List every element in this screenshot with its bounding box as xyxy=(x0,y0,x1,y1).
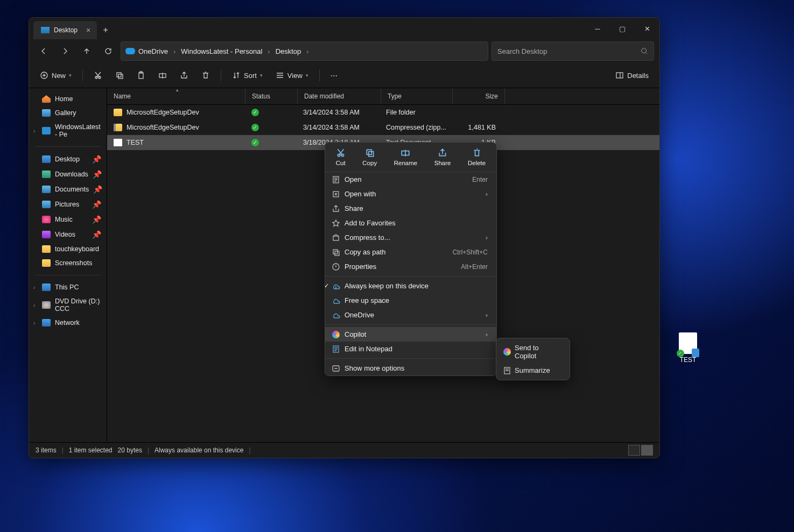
expand-caret[interactable]: › xyxy=(33,285,35,290)
crumb-desktop[interactable]: Desktop› xyxy=(276,47,311,55)
ctx-copy-button[interactable]: Copy xyxy=(358,146,381,168)
ctx-sync-item[interactable]: ✓ Always keep on this device xyxy=(325,279,496,293)
sidebar-item[interactable]: Desktop📌 xyxy=(29,152,107,166)
file-date: 3/14/2024 3:58 AM xyxy=(297,124,380,131)
copy-button[interactable] xyxy=(110,66,129,84)
sidebar-item[interactable]: ›This PC xyxy=(29,281,107,294)
sidebar-item[interactable]: touchkeyboard xyxy=(29,243,107,256)
sidebar-item[interactable]: Videos📌 xyxy=(29,228,107,242)
search-input[interactable]: Search Desktop xyxy=(491,41,654,61)
details-button[interactable]: Details xyxy=(610,66,654,84)
sidebar-label: Desktop xyxy=(55,155,80,163)
ctx-rename-button[interactable]: Rename xyxy=(390,146,421,168)
desktop-file-test[interactable]: ✓ TEST xyxy=(678,332,698,364)
expand-caret[interactable]: › xyxy=(33,128,35,134)
sidebar-label: Videos xyxy=(55,231,75,238)
ctx-item[interactable]: Share xyxy=(325,201,496,216)
ctx-sync-item[interactable]: Free up space xyxy=(325,293,496,308)
refresh-button[interactable] xyxy=(99,42,117,60)
breadcrumb-bar[interactable]: OneDrive› WindowsLatest - Personal› Desk… xyxy=(121,41,488,61)
crumb-account[interactable]: WindowsLatest - Personal› xyxy=(181,47,272,55)
crumb-onedrive[interactable]: OneDrive› xyxy=(138,47,178,55)
col-type[interactable]: Type xyxy=(381,88,453,104)
more-button[interactable]: ⋯ xyxy=(325,66,343,84)
file-icon xyxy=(114,109,122,116)
view-list-button[interactable] xyxy=(628,445,640,456)
minimize-button[interactable]: ─ xyxy=(585,18,610,39)
sidebar-icon xyxy=(42,155,51,163)
sidebar-item[interactable]: ›Network xyxy=(29,316,107,329)
file-name: MicrosoftEdgeSetupDev xyxy=(127,109,199,116)
forward-button[interactable] xyxy=(56,42,74,60)
status-bar: 3 items| 1 item selected 20 bytes| Alway… xyxy=(29,442,659,458)
view-button[interactable]: View▾ xyxy=(270,66,314,84)
sidebar-icon xyxy=(42,216,51,223)
ctx-icon xyxy=(332,233,340,242)
col-date[interactable]: Date modified xyxy=(298,88,381,104)
ctx-item[interactable]: Copy as path Ctrl+Shift+C xyxy=(325,245,496,259)
rename-button[interactable] xyxy=(153,66,172,84)
file-date: 3/14/2024 3:58 AM xyxy=(297,109,380,116)
col-size[interactable]: Size xyxy=(453,88,505,104)
context-quick-actions: CutCopyRenameShareDelete xyxy=(325,143,496,172)
sort-button[interactable]: Sort▾ xyxy=(227,66,268,84)
sidebar-item[interactable]: Music📌 xyxy=(29,212,107,226)
ctx-cut-button[interactable]: Cut xyxy=(332,146,350,168)
back-button[interactable] xyxy=(34,42,53,60)
cut-button[interactable] xyxy=(88,66,108,84)
new-tab-button[interactable]: + xyxy=(97,21,114,39)
ctx-item[interactable]: Open Enter xyxy=(325,172,496,187)
sidebar-item[interactable]: Documents📌 xyxy=(29,182,107,196)
new-button[interactable]: New▾ xyxy=(34,66,77,84)
sidebar-icon xyxy=(42,95,51,103)
sidebar-item[interactable]: ›WindowsLatest - Pe xyxy=(29,120,107,141)
ctx-delete-button[interactable]: Delete xyxy=(463,146,490,168)
expand-caret[interactable]: › xyxy=(33,302,35,308)
ctx-item[interactable]: Add to Favorites xyxy=(325,216,496,230)
expand-caret[interactable]: › xyxy=(33,320,35,326)
svg-rect-13 xyxy=(368,152,373,157)
ctx-item[interactable]: Properties Alt+Enter xyxy=(325,259,496,274)
ctx-show-more[interactable]: Show more options xyxy=(325,361,496,375)
sidebar-label: touchkeyboard xyxy=(55,245,99,253)
desktop-file-label: TEST xyxy=(680,356,697,364)
sidebar-item[interactable]: Pictures📌 xyxy=(29,197,107,211)
col-name[interactable]: ▴Name xyxy=(107,88,245,104)
sidebar-icon xyxy=(42,186,51,193)
submenu-item[interactable]: Send to Copilot xyxy=(496,341,570,363)
maximize-button[interactable]: ▢ xyxy=(610,18,635,39)
ctx-extra-item[interactable]: Copilot › xyxy=(325,327,496,342)
paste-button[interactable] xyxy=(131,66,151,84)
status-bytes: 20 bytes xyxy=(118,446,142,454)
submenu-arrow: › xyxy=(486,311,488,319)
sidebar-item[interactable]: Gallery xyxy=(29,107,107,119)
sidebar-item[interactable]: ›DVD Drive (D:) CCC xyxy=(29,295,107,315)
view-details-button[interactable] xyxy=(641,445,653,456)
sidebar-item[interactable]: Downloads📌 xyxy=(29,167,107,181)
ctx-item[interactable]: Compress to... › xyxy=(325,230,496,245)
sidebar-item[interactable]: Screenshots xyxy=(29,257,107,269)
svg-rect-19 xyxy=(335,251,339,256)
cloud-icon xyxy=(332,282,340,290)
up-button[interactable] xyxy=(78,42,96,60)
file-row[interactable]: MicrosoftEdgeSetupDev ✓ 3/14/2024 3:58 A… xyxy=(107,120,659,135)
file-row[interactable]: MicrosoftEdgeSetupDev ✓ 3/14/2024 3:58 A… xyxy=(107,105,659,120)
ctx-item[interactable]: Open with › xyxy=(325,187,496,201)
col-status[interactable]: Status xyxy=(245,88,298,104)
sidebar-label: Screenshots xyxy=(55,259,92,267)
close-button[interactable]: ✕ xyxy=(635,18,659,39)
tab-desktop[interactable]: Desktop × xyxy=(33,21,97,39)
sidebar-label: Gallery xyxy=(55,109,76,117)
sidebar-icon xyxy=(42,245,51,253)
delete-button[interactable] xyxy=(196,66,215,84)
file-icon xyxy=(114,139,122,146)
tab-close-button[interactable]: × xyxy=(86,26,90,34)
ctx-icon xyxy=(332,219,340,228)
share-button[interactable] xyxy=(174,66,194,84)
file-type: File folder xyxy=(380,109,451,116)
ctx-share-button[interactable]: Share xyxy=(430,146,455,168)
ctx-sync-item[interactable]: OneDrive › xyxy=(325,308,496,322)
ctx-extra-item[interactable]: Edit in Notepad xyxy=(325,342,496,356)
submenu-item[interactable]: Summarize xyxy=(496,363,570,378)
sidebar-item[interactable]: Home xyxy=(29,93,107,105)
